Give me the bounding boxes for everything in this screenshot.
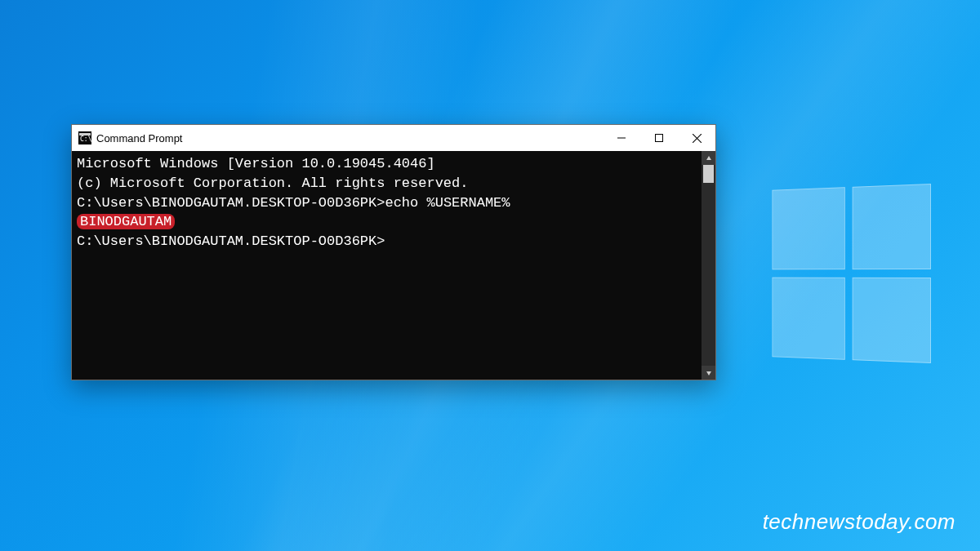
windows-desktop: C:\ Command Prompt Microsoft Windows [Ve… — [0, 0, 980, 551]
terminal-prompt-line-1: C:\Users\BINODGAUTAM.DESKTOP-O0D36PK>ech… — [77, 193, 697, 213]
minimize-button[interactable] — [603, 125, 640, 151]
scrollbar-thumb[interactable] — [703, 165, 714, 183]
vertical-scrollbar[interactable] — [702, 151, 715, 380]
windows-logo-icon — [772, 184, 931, 363]
watermark-text: technewstoday.com — [763, 509, 956, 535]
command-prompt-window: C:\ Command Prompt Microsoft Windows [Ve… — [71, 124, 716, 380]
terminal-prompt-line-2: C:\Users\BINODGAUTAM.DESKTOP-O0D36PK> — [77, 232, 697, 251]
svg-text:C:\: C:\ — [80, 136, 91, 143]
terminal-line-version: Microsoft Windows [Version 10.0.19045.40… — [77, 154, 697, 174]
close-button[interactable] — [678, 125, 715, 151]
scroll-down-button[interactable] — [702, 366, 715, 380]
titlebar[interactable]: C:\ Command Prompt — [72, 125, 715, 151]
terminal-area: Microsoft Windows [Version 10.0.19045.40… — [72, 151, 715, 380]
svg-marker-9 — [706, 371, 711, 375]
svg-marker-8 — [706, 156, 711, 160]
scroll-up-button[interactable] — [702, 151, 715, 165]
output-username-highlight: BINODGAUTAM — [77, 214, 175, 229]
terminal-output[interactable]: Microsoft Windows [Version 10.0.19045.40… — [72, 151, 702, 380]
command-prompt-icon: C:\ — [78, 131, 91, 144]
maximize-button[interactable] — [640, 125, 678, 151]
prompt-path: C:\Users\BINODGAUTAM.DESKTOP-O0D36PK> — [77, 195, 385, 211]
window-title: Command Prompt — [96, 132, 182, 144]
svg-rect-5 — [656, 135, 663, 142]
terminal-output-line: BINODGAUTAM — [77, 212, 697, 232]
prompt-command: echo %USERNAME% — [385, 195, 510, 211]
terminal-line-copyright: (c) Microsoft Corporation. All rights re… — [77, 174, 697, 193]
scrollbar-track[interactable] — [702, 165, 715, 366]
prompt-path: C:\Users\BINODGAUTAM.DESKTOP-O0D36PK> — [77, 233, 385, 249]
